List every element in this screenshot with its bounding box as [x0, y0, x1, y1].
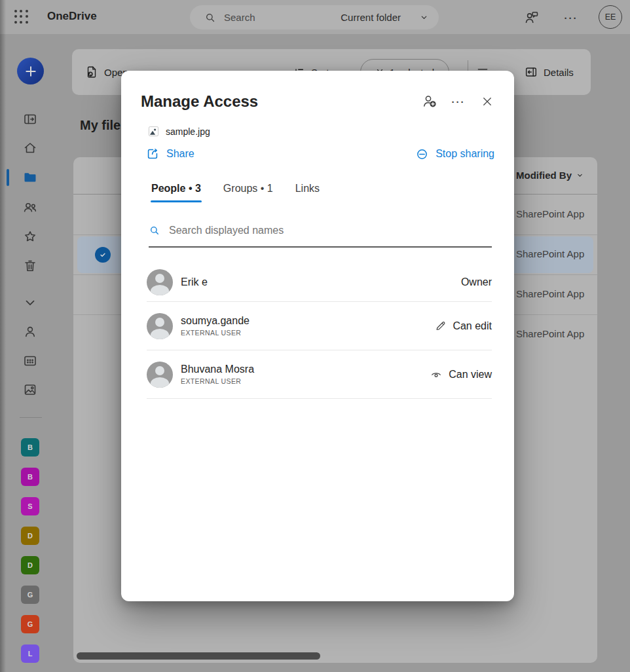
external-user-badge: EXTERNAL USER [181, 377, 254, 385]
site-tile[interactable]: L [21, 644, 39, 663]
role-label: Owner [461, 276, 492, 288]
stop-sharing-button[interactable]: Stop sharing [415, 147, 494, 161]
search-bar[interactable]: Current folder [190, 5, 439, 29]
sidebar-item-people[interactable] [22, 324, 38, 339]
sidebar-item-favorites[interactable] [22, 229, 38, 244]
access-tabs: People • 3 Groups • 1 Links [151, 176, 320, 202]
modified-by-cell: SharePoint App [516, 288, 584, 299]
dialog-close-icon[interactable] [477, 92, 497, 111]
person-avatar [147, 313, 173, 339]
person-row: soumya.gande EXTERNAL USER Can edit [147, 302, 492, 350]
person-icon [22, 324, 38, 339]
modified-by-cell: SharePoint App [516, 208, 584, 219]
search-input[interactable] [224, 12, 329, 23]
image-icon [22, 382, 38, 398]
home-icon [22, 140, 38, 156]
more-options-icon[interactable]: ··· [561, 8, 581, 28]
people-search[interactable] [149, 221, 492, 240]
people-search-input[interactable] [169, 225, 492, 236]
eye-icon [430, 368, 443, 381]
feedback-icon[interactable] [522, 8, 542, 28]
folder-icon [22, 170, 38, 185]
external-user-badge: EXTERNAL USER [181, 329, 250, 337]
permission-dropdown-can-edit[interactable]: Can edit [434, 320, 492, 332]
sidebar-item-my-files[interactable] [22, 170, 38, 185]
person-row: Bhuvana Mosra EXTERNAL USER Can view [147, 350, 492, 399]
grant-access-icon[interactable] [420, 92, 439, 111]
image-file-icon [147, 125, 160, 138]
panel-toggle-icon [22, 111, 38, 127]
person-name: Erik e [181, 276, 208, 288]
share-button[interactable]: Share [145, 147, 195, 161]
site-tile[interactable]: B [21, 468, 39, 486]
site-tile[interactable]: G [21, 586, 39, 604]
details-button[interactable]: Details [524, 49, 574, 95]
chevron-down-icon [420, 13, 428, 22]
sidebar-expand-icon[interactable] [22, 295, 38, 310]
share-icon [145, 147, 160, 161]
person-name: Bhuvana Mosra [181, 364, 254, 375]
dialog-more-options-icon[interactable]: ··· [449, 92, 468, 111]
sidebar-item-home[interactable] [22, 140, 38, 156]
app-launcher-waffle-icon[interactable] [14, 10, 29, 24]
site-tile[interactable]: B [21, 438, 39, 457]
apps-window-icon [22, 353, 38, 369]
sidebar-item-apps[interactable] [22, 353, 38, 369]
add-new-button[interactable] [17, 58, 44, 84]
search-icon [204, 12, 216, 24]
details-pane-icon [524, 65, 538, 79]
site-tile[interactable]: D [21, 556, 39, 574]
app-title: OneDrive [47, 10, 97, 23]
chevron-down-icon [576, 172, 584, 179]
sidebar-item-recycle-bin[interactable] [22, 258, 38, 274]
trash-icon [22, 258, 38, 274]
search-scope-selector[interactable]: Current folder [341, 12, 428, 23]
modified-by-cell: SharePoint App [516, 328, 584, 339]
account-avatar[interactable]: EE [599, 5, 622, 29]
sidebar: B B S D D G G L [0, 34, 60, 672]
manage-access-dialog: Manage Access ··· sample.jpg Share Stop … [121, 71, 514, 601]
details-button-label: Details [544, 67, 574, 78]
column-header-modified-by[interactable]: Modified By [516, 170, 584, 181]
chevron-down-icon [23, 295, 37, 310]
row-selected-check-icon[interactable] [95, 247, 111, 263]
sidebar-selection-indicator [7, 169, 9, 186]
people-icon [22, 199, 38, 215]
onedrive-app: OneDrive Current folder ··· EE [0, 0, 630, 672]
stop-sharing-label: Stop sharing [435, 148, 494, 160]
sidebar-item-photos[interactable] [22, 382, 38, 398]
dialog-actions: ··· [420, 92, 497, 111]
file-summary: sample.jpg [147, 125, 210, 138]
sidebar-item-shared[interactable] [22, 199, 38, 215]
file-name: sample.jpg [166, 126, 210, 137]
modified-by-label: Modified By [516, 170, 572, 181]
site-tile[interactable]: S [21, 497, 39, 515]
share-actions-row: Share Stop sharing [145, 145, 494, 162]
sidebar-item-panel-toggle[interactable] [22, 111, 38, 127]
tab-people[interactable]: People • 3 [151, 183, 202, 202]
horizontal-scrollbar-thumb[interactable] [77, 652, 320, 660]
search-icon [149, 225, 160, 236]
role-label: Can view [449, 369, 492, 381]
permission-dropdown-can-view[interactable]: Can view [430, 368, 492, 381]
share-button-label: Share [166, 148, 195, 160]
site-tile[interactable]: D [21, 527, 39, 545]
modified-by-cell: SharePoint App [516, 248, 584, 259]
role-label: Can edit [453, 320, 492, 332]
top-bar: OneDrive Current folder ··· EE [0, 0, 630, 34]
people-list: Erik e Owner soumya.gande EXTERNAL USER … [147, 263, 492, 399]
site-tile[interactable]: G [21, 615, 39, 633]
block-icon [415, 147, 429, 161]
dialog-title: Manage Access [141, 92, 258, 111]
tab-links[interactable]: Links [295, 183, 320, 202]
star-icon [22, 229, 38, 244]
sidebar-divider [20, 417, 42, 418]
tab-groups[interactable]: Groups • 1 [223, 183, 274, 202]
plus-icon [24, 65, 37, 78]
search-underline [149, 246, 492, 248]
person-role-owner: Owner [461, 276, 492, 288]
search-scope-label: Current folder [341, 12, 401, 23]
person-avatar [147, 269, 173, 295]
open-file-icon [84, 65, 99, 79]
pencil-icon [434, 320, 447, 332]
